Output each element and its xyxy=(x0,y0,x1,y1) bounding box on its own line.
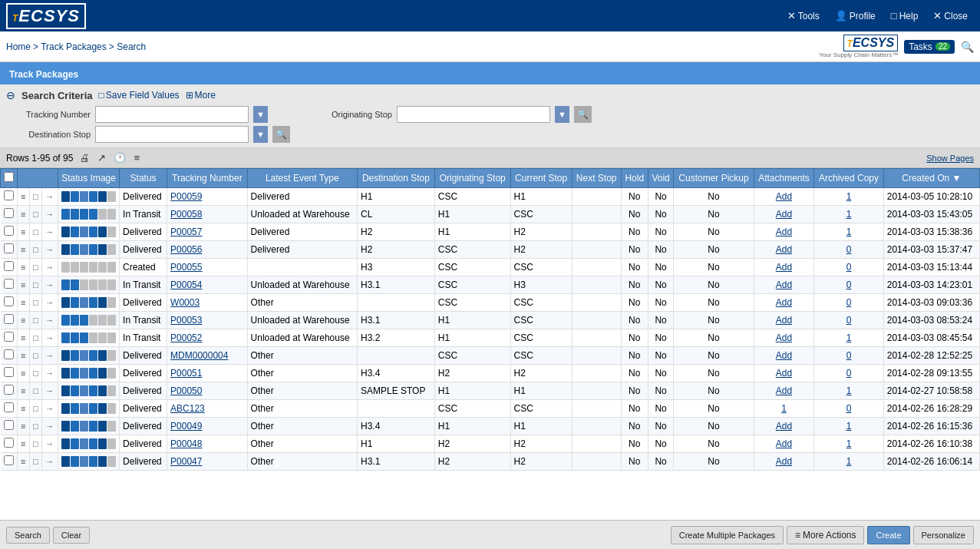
row-checkbox[interactable] xyxy=(1,418,18,435)
attachments-cell[interactable]: Add xyxy=(754,312,814,329)
archived-copy-cell[interactable]: 0 xyxy=(814,365,883,382)
add-attachment-link[interactable]: Add xyxy=(776,244,792,255)
created-on-header[interactable]: Created On ▼ xyxy=(883,169,979,188)
global-search-icon[interactable]: 🔍 xyxy=(961,41,974,53)
tracking-number-cell[interactable]: P00047 xyxy=(167,453,248,471)
tracking-number-cell[interactable]: P00056 xyxy=(167,241,248,259)
row-checkbox[interactable] xyxy=(1,294,18,312)
tracking-number-cell[interactable]: P00055 xyxy=(167,259,248,276)
attachments-cell[interactable]: Add xyxy=(754,382,814,400)
attachments-cell[interactable]: Add xyxy=(754,294,814,312)
home-link[interactable]: Home xyxy=(6,41,31,52)
archived-copy-cell[interactable]: 1 xyxy=(814,206,883,223)
row-checkbox[interactable] xyxy=(1,259,18,276)
attachments-cell[interactable]: Add xyxy=(754,453,814,471)
attachments-cell[interactable]: Add xyxy=(754,365,814,382)
archived-copy-cell[interactable]: 0 xyxy=(814,294,883,312)
destination-stop-input[interactable] xyxy=(95,126,249,143)
add-attachment-link[interactable]: Add xyxy=(776,279,792,290)
destination-stop-filter-button[interactable]: ▼ xyxy=(253,126,268,143)
schedule-button[interactable]: 🕐 xyxy=(111,151,128,164)
originating-stop-input[interactable] xyxy=(397,106,550,123)
add-attachment-link[interactable]: Add xyxy=(776,227,792,237)
save-field-values-button[interactable]: □ Save Field Values xyxy=(99,90,180,101)
row-checkbox[interactable] xyxy=(1,382,18,400)
row-checkbox[interactable] xyxy=(1,435,18,453)
archived-copy-cell[interactable]: 1 xyxy=(814,329,883,347)
close-button[interactable]: ✕ Close xyxy=(927,7,974,25)
tracking-number-cell[interactable]: ABC123 xyxy=(167,400,248,418)
row-checkbox[interactable] xyxy=(1,400,18,418)
archived-copy-cell[interactable]: 1 xyxy=(814,453,883,471)
archived-copy-cell[interactable]: 1 xyxy=(814,188,883,206)
row-checkbox[interactable] xyxy=(1,365,18,382)
archived-copy-cell[interactable]: 0 xyxy=(814,400,883,418)
row-checkbox[interactable] xyxy=(1,223,18,241)
add-attachment-link[interactable]: Add xyxy=(776,332,792,343)
tracking-number-cell[interactable]: P00050 xyxy=(167,382,248,400)
tracking-number-cell[interactable]: P00048 xyxy=(167,435,248,453)
tracking-number-cell[interactable]: P00049 xyxy=(167,418,248,435)
archived-copy-cell[interactable]: 0 xyxy=(814,276,883,294)
row-checkbox[interactable] xyxy=(1,347,18,365)
archived-copy-cell[interactable]: 1 xyxy=(814,418,883,435)
attachments-cell[interactable]: Add xyxy=(754,188,814,206)
attachment-link[interactable]: 1 xyxy=(781,403,787,414)
tracking-number-filter-button[interactable]: ▼ xyxy=(253,106,268,123)
add-attachment-link[interactable]: Add xyxy=(776,350,792,361)
print-button[interactable]: 🖨 xyxy=(78,151,92,164)
attachments-cell[interactable]: Add xyxy=(754,276,814,294)
archived-copy-cell[interactable]: 0 xyxy=(814,312,883,329)
attachments-cell[interactable]: Add xyxy=(754,418,814,435)
tools-button[interactable]: ✕ Tools xyxy=(781,7,826,25)
tracking-number-cell[interactable]: P00058 xyxy=(167,206,248,223)
profile-button[interactable]: 👤 Profile xyxy=(829,7,882,25)
archived-copy-cell[interactable]: 0 xyxy=(814,347,883,365)
attachments-cell[interactable]: Add xyxy=(754,329,814,347)
add-attachment-link[interactable]: Add xyxy=(776,421,792,432)
row-checkbox[interactable] xyxy=(1,312,18,329)
row-checkbox[interactable] xyxy=(1,188,18,206)
archived-copy-cell[interactable]: 1 xyxy=(814,382,883,400)
tracking-number-cell[interactable]: P00053 xyxy=(167,312,248,329)
archived-copy-cell[interactable]: 1 xyxy=(814,435,883,453)
archived-copy-cell[interactable]: 0 xyxy=(814,241,883,259)
row-checkbox[interactable] xyxy=(1,453,18,471)
attachments-cell[interactable]: Add xyxy=(754,206,814,223)
destination-search-go-button[interactable]: 🔍 xyxy=(272,126,290,143)
show-pages-button[interactable]: Show Pages xyxy=(926,154,974,163)
select-all-checkbox-header[interactable] xyxy=(1,169,18,188)
tracking-number-cell[interactable]: P00057 xyxy=(167,223,248,241)
more-button[interactable]: ⊞ More xyxy=(186,90,216,101)
list-view-button[interactable]: ≡ xyxy=(131,151,142,164)
attachments-cell[interactable]: Add xyxy=(754,241,814,259)
tracking-number-cell[interactable]: MDM0000004 xyxy=(167,347,248,365)
add-attachment-link[interactable]: Add xyxy=(776,385,792,396)
row-checkbox[interactable] xyxy=(1,241,18,259)
collapse-button[interactable]: ⊖ xyxy=(6,89,15,101)
attachments-cell[interactable]: Add xyxy=(754,347,814,365)
tracking-number-cell[interactable]: P00051 xyxy=(167,365,248,382)
tasks-badge[interactable]: Tasks 22 xyxy=(904,40,955,54)
add-attachment-link[interactable]: Add xyxy=(776,297,792,308)
tracking-number-cell[interactable]: P00052 xyxy=(167,329,248,347)
tracking-number-cell[interactable]: P00054 xyxy=(167,276,248,294)
row-checkbox[interactable] xyxy=(1,206,18,223)
add-attachment-link[interactable]: Add xyxy=(776,262,792,273)
attachments-cell[interactable]: Add xyxy=(754,223,814,241)
attachments-cell[interactable]: 1 xyxy=(754,400,814,418)
export-button[interactable]: ↗ xyxy=(95,151,108,164)
add-attachment-link[interactable]: Add xyxy=(776,438,792,449)
archived-copy-cell[interactable]: 0 xyxy=(814,259,883,276)
attachments-cell[interactable]: Add xyxy=(754,435,814,453)
attachments-cell[interactable]: Add xyxy=(754,259,814,276)
track-packages-link[interactable]: Track Packages xyxy=(41,41,107,52)
tracking-number-cell[interactable]: W0003 xyxy=(167,294,248,312)
add-attachment-link[interactable]: Add xyxy=(776,315,792,326)
add-attachment-link[interactable]: Add xyxy=(776,456,792,467)
row-checkbox[interactable] xyxy=(1,329,18,347)
add-attachment-link[interactable]: Add xyxy=(776,191,792,202)
row-checkbox[interactable] xyxy=(1,276,18,294)
add-attachment-link[interactable]: Add xyxy=(776,209,792,220)
help-button[interactable]: □ Help xyxy=(885,7,925,25)
